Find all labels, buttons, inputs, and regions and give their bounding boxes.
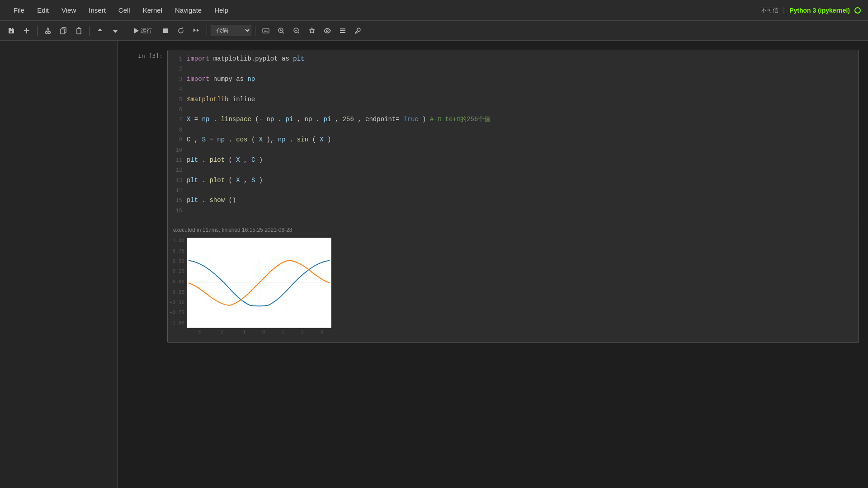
dot-3: . <box>316 116 320 123</box>
line-content-16 <box>187 206 853 216</box>
line-num-1: 1 <box>173 55 182 64</box>
zoom-out-button[interactable] <box>290 24 303 38</box>
inline-text: inline <box>232 96 255 103</box>
copy-button[interactable] <box>57 24 70 38</box>
menu-edit[interactable]: Edit <box>31 4 55 17</box>
code-line-15: 15 plt . show () <box>173 195 853 205</box>
line-content-13: plt . plot ( X , S ) <box>187 175 853 185</box>
menu-view[interactable]: View <box>55 4 82 17</box>
tools-button[interactable] <box>351 24 365 38</box>
code-editor[interactable]: 1 import matplotlib.pyplot as plt 2 <box>168 50 859 222</box>
paren-2: ( <box>251 136 255 143</box>
menubar-right: 不可信 | Python 3 (ipykernel) <box>761 6 861 14</box>
paren-4: ( <box>228 156 232 164</box>
line-num-13: 13 <box>173 177 182 185</box>
dot-6: . <box>202 156 206 164</box>
paste-button[interactable] <box>72 24 85 38</box>
paren-close-3: ) <box>327 136 331 143</box>
paren-6: () <box>228 197 236 204</box>
zoom-in-button[interactable] <box>274 24 288 38</box>
comma-4: , <box>194 136 202 143</box>
magic-cmd: %matplotlib <box>187 96 228 103</box>
code-line-1: 1 import matplotlib.pyplot as plt <box>173 54 853 64</box>
y-label-n075: −0.75 <box>170 310 184 315</box>
run-triangle-icon <box>134 28 139 33</box>
toolbar-sep-1 <box>37 26 38 36</box>
line-content-2 <box>187 64 853 74</box>
num-256: 256 <box>343 116 354 123</box>
line-num-9: 9 <box>173 136 182 145</box>
line-content-10 <box>187 145 853 155</box>
menu-help[interactable]: Help <box>208 4 235 17</box>
preview-button[interactable] <box>321 24 334 38</box>
line-num-14: 14 <box>173 187 182 195</box>
svg-rect-8 <box>263 28 269 33</box>
output-area: executed in 117ms, finished 16:15:25 202… <box>168 222 859 343</box>
x-label-2: 2 <box>301 329 304 335</box>
kernel-circle-icon <box>854 7 861 14</box>
add-cell-button[interactable] <box>20 24 33 38</box>
code-line-4: 4 <box>173 84 853 94</box>
svg-point-1 <box>48 31 51 33</box>
paren-close-1: ) <box>422 116 430 123</box>
np-ref-1: np <box>202 116 210 123</box>
x-label-n2: −2 <box>217 329 223 335</box>
assign-1: = <box>194 116 198 123</box>
line-num-11: 11 <box>173 156 182 165</box>
move-up-button[interactable] <box>93 24 107 38</box>
np-pi-2: pi <box>324 116 331 123</box>
notebook[interactable]: In [3]: 1 import matplotlib.pyplot as pl… <box>118 41 868 488</box>
svg-point-0 <box>46 31 48 33</box>
line-num-16: 16 <box>173 207 182 216</box>
cut-button[interactable] <box>41 24 55 38</box>
var-c: C <box>187 136 190 143</box>
line-num-12: 12 <box>173 166 182 175</box>
menu-file[interactable]: File <box>7 4 31 17</box>
x-label-1: 1 <box>282 329 285 335</box>
plot-container: 1.00 0.75 0.50 0.25 0.00 −0.25 −0.50 −0.… <box>187 238 853 335</box>
move-down-button[interactable] <box>108 24 122 38</box>
menu-kernel[interactable]: Kernel <box>137 4 169 17</box>
var-s-2: S <box>251 177 255 184</box>
keyword-import-1: import <box>187 55 209 62</box>
y-label-050: 0.50 <box>173 258 185 264</box>
line-num-6: 6 <box>173 106 182 114</box>
menu-navigate[interactable]: Navigate <box>169 4 208 17</box>
line-num-5: 5 <box>173 96 182 104</box>
run-button[interactable]: 运行 <box>130 25 157 37</box>
svg-point-12 <box>326 30 328 32</box>
x-label-n1: −1 <box>240 329 245 335</box>
code-line-9: 9 C , S = np . cos ( X ), np <box>173 135 853 145</box>
var-c-2: C <box>251 156 255 164</box>
plt-ref-2: plt <box>187 177 198 184</box>
line-num-15: 15 <box>173 197 182 205</box>
menu-insert[interactable]: Insert <box>82 4 112 17</box>
menu-cell[interactable]: Cell <box>112 4 137 17</box>
kernel-name: Python 3 (ipykernel) <box>789 7 850 14</box>
main-content: In [3]: 1 import matplotlib.pyplot as pl… <box>0 41 868 488</box>
paren-1: (- <box>255 116 263 123</box>
comma-2: , <box>335 116 343 123</box>
restart-button[interactable] <box>174 24 188 38</box>
code-cell[interactable]: In [3]: 1 import matplotlib.pyplot as pl… <box>127 50 859 343</box>
dot-7: . <box>202 177 206 184</box>
line-content-3: import numpy as np <box>187 74 853 84</box>
run-all-button[interactable] <box>189 24 203 38</box>
plot-wrapper: 1.00 0.75 0.50 0.25 0.00 −0.25 −0.50 −0.… <box>187 238 331 335</box>
settings-button[interactable] <box>305 24 319 38</box>
x-label-0: 0 <box>262 329 265 335</box>
func-plot-2: plot <box>209 177 225 184</box>
list-view-button[interactable] <box>336 24 349 38</box>
code-line-2: 2 <box>173 64 853 74</box>
line-content-5: %matplotlib inline <box>187 94 853 104</box>
run-label: 运行 <box>141 27 152 35</box>
save-button[interactable] <box>5 24 18 38</box>
var-x: X <box>187 116 190 123</box>
stop-button[interactable] <box>159 24 172 38</box>
var-x-3: X <box>320 136 323 143</box>
plt-ref-3: plt <box>187 197 198 204</box>
cell-body[interactable]: 1 import matplotlib.pyplot as plt 2 <box>167 50 859 343</box>
cell-type-select[interactable]: 代码 <box>211 25 251 36</box>
svg-marker-11 <box>310 28 315 33</box>
keyboard-button[interactable] <box>259 24 273 38</box>
